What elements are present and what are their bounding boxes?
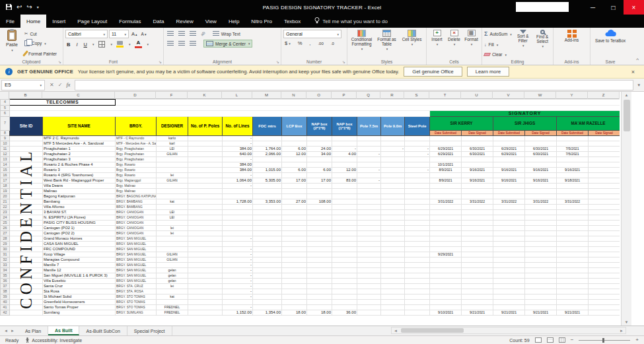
cell[interactable] xyxy=(188,205,223,210)
cell[interactable] xyxy=(357,236,381,242)
cell[interactable]: Brgy. Magtanggol xyxy=(116,178,157,184)
cell[interactable]: 6/29/2021 xyxy=(430,152,462,157)
cell[interactable] xyxy=(405,310,430,316)
cell[interactable] xyxy=(493,215,525,221)
row-number[interactable]: 5 xyxy=(1,106,10,111)
cell[interactable]: 27.00 xyxy=(282,199,307,205)
cell[interactable] xyxy=(253,194,282,199)
cell[interactable] xyxy=(332,199,357,205)
cell[interactable] xyxy=(282,236,307,242)
cell[interactable]: BRGY. BAMBANG xyxy=(116,205,157,210)
ribbon-tab-review[interactable]: Review xyxy=(170,15,199,28)
cell[interactable]: Pinagbuhatan 3 xyxy=(43,157,116,162)
cell[interactable] xyxy=(462,236,493,242)
cell[interactable] xyxy=(525,189,557,194)
cell[interactable] xyxy=(332,242,357,247)
cell[interactable]: 10/1/2021 xyxy=(430,162,462,168)
cell[interactable] xyxy=(462,136,493,141)
cell[interactable] xyxy=(557,162,589,168)
cell[interactable] xyxy=(381,231,405,236)
cell[interactable] xyxy=(589,258,620,263)
comma-style-button[interactable]: , xyxy=(308,40,312,46)
cell[interactable] xyxy=(557,136,589,141)
column-letter[interactable]: F xyxy=(156,92,188,99)
cell[interactable] xyxy=(525,284,557,289)
cell[interactable] xyxy=(493,189,525,194)
cell[interactable] xyxy=(10,258,43,263)
cell[interactable]: - xyxy=(223,268,253,273)
cell[interactable]: Malinao xyxy=(43,189,116,194)
cell[interactable] xyxy=(557,305,589,310)
cell[interactable]: 384.00 xyxy=(223,162,253,168)
sheet-tab-as-built[interactable]: As Built xyxy=(48,326,79,335)
cell[interactable] xyxy=(493,300,525,305)
cell[interactable] xyxy=(253,205,282,210)
cell[interactable] xyxy=(589,157,620,162)
format-cells-button[interactable]: ▦Format▾ xyxy=(463,30,480,58)
cell[interactable] xyxy=(332,263,357,268)
row-number[interactable]: 4 xyxy=(1,100,10,106)
cell[interactable] xyxy=(430,210,462,215)
cell[interactable]: Villa Eusebio xyxy=(43,279,116,284)
cell[interactable] xyxy=(493,221,525,226)
cell[interactable] xyxy=(525,268,557,273)
cell[interactable] xyxy=(557,252,589,258)
cell[interactable]: 384.00 xyxy=(223,147,253,152)
fill-button[interactable]: ↓Fill▾ xyxy=(484,42,512,47)
cell[interactable]: BRGY. SAN MIGUEL xyxy=(116,252,157,258)
cell[interactable] xyxy=(253,242,282,247)
cell[interactable] xyxy=(357,252,381,258)
cell[interactable]: CASA SAN MIGUEL xyxy=(43,242,116,247)
cell[interactable]: Caniogan (PO2 1) xyxy=(43,226,116,231)
cell[interactable] xyxy=(188,147,223,152)
cell[interactable]: N. ESPIRITU (JA Flores) xyxy=(43,215,116,221)
cell[interactable] xyxy=(405,226,430,231)
cell[interactable] xyxy=(525,205,557,210)
font-size-select[interactable]: 11▾ xyxy=(109,30,129,38)
cell[interactable] xyxy=(282,226,307,231)
cut-button[interactable]: ✂Cut xyxy=(24,31,57,36)
learn-more-button[interactable]: Learn more xyxy=(467,67,509,77)
cell[interactable] xyxy=(430,268,462,273)
cell[interactable] xyxy=(357,226,381,231)
cell[interactable]: lei xyxy=(157,173,188,178)
cell[interactable] xyxy=(381,141,405,147)
cell[interactable] xyxy=(223,205,253,210)
cell[interactable] xyxy=(430,294,462,300)
cell[interactable] xyxy=(332,252,357,258)
cell[interactable] xyxy=(525,273,557,279)
cell[interactable] xyxy=(381,136,405,141)
cell[interactable] xyxy=(307,162,332,168)
cell[interactable]: BRGY. SAN MIGUEL xyxy=(116,247,157,252)
horizontal-scroll-thumb[interactable] xyxy=(401,328,464,333)
cell[interactable] xyxy=(493,305,525,310)
cell[interactable] xyxy=(525,252,557,258)
row-number[interactable]: 23 xyxy=(1,210,10,215)
cell[interactable] xyxy=(332,289,357,294)
cell[interactable] xyxy=(282,242,307,247)
cell[interactable]: PASIG CITY BLISS HOUSING xyxy=(43,221,116,226)
cell[interactable]: 6.00 xyxy=(282,147,307,152)
cell[interactable] xyxy=(430,236,462,242)
cell[interactable]: Brgy. Malinao xyxy=(116,184,157,189)
cell[interactable]: - xyxy=(223,294,253,300)
cell[interactable] xyxy=(332,294,357,300)
cell[interactable]: Brgy. Rosario xyxy=(116,173,157,178)
cell[interactable] xyxy=(430,189,462,194)
undo-icon[interactable]: ↩ xyxy=(17,4,22,11)
cell[interactable] xyxy=(253,221,282,226)
cell[interactable]: 2,066.00 xyxy=(253,152,282,157)
cell[interactable] xyxy=(589,210,620,215)
cell[interactable] xyxy=(357,205,381,210)
cell[interactable] xyxy=(557,263,589,268)
cell[interactable]: 6/30/2021 xyxy=(525,147,557,152)
cell[interactable]: BRGY. BAGONG KATIPUNAN xyxy=(116,194,157,199)
cell[interactable] xyxy=(493,252,525,258)
cell[interactable] xyxy=(381,168,405,173)
cell[interactable] xyxy=(188,247,223,252)
clear-button[interactable]: Clear▾ xyxy=(484,52,512,57)
cell[interactable] xyxy=(188,194,223,199)
cell[interactable] xyxy=(188,221,223,226)
cell[interactable] xyxy=(462,189,493,194)
cell[interactable] xyxy=(589,300,620,305)
